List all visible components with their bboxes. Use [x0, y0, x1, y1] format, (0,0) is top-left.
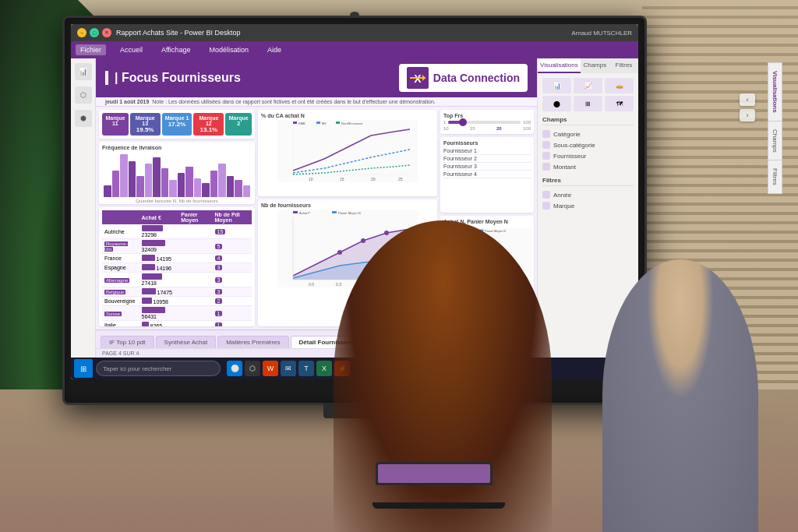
close-button[interactable]: ✕	[102, 28, 111, 37]
field-icon-4	[542, 163, 550, 171]
svg-text:Panier Moyen N: Panier Moyen N	[485, 230, 506, 233]
taskbar-icon-outlook[interactable]: ✉	[281, 361, 296, 376]
nav-arrow-down[interactable]: ›	[740, 109, 755, 122]
laptop-base	[373, 502, 505, 509]
menu-affichage[interactable]: Affichage	[157, 44, 195, 55]
cell-value-7: 56431	[139, 306, 179, 321]
rp-tab-champs[interactable]: Champs	[581, 58, 609, 73]
kpi-marque13: Marque 13 19.5%	[130, 113, 161, 136]
fournisseur-label-1: Fournisseur 1	[443, 148, 477, 153]
cell-value-6: 10958	[139, 297, 179, 306]
taskbar-icon-excel[interactable]: X	[316, 361, 332, 376]
person-man	[602, 259, 758, 532]
minimize-button[interactable]: −	[77, 28, 87, 37]
tab-synthese[interactable]: Synthèse Achat	[156, 336, 217, 348]
taskbar-icon-teams[interactable]: T	[298, 361, 314, 376]
viz-map[interactable]: 🗺	[605, 96, 634, 111]
search-placeholder: Taper ici pour rechercher	[103, 365, 171, 372]
cell-value-0: 23298	[139, 224, 179, 239]
cell-country-8: Italie	[102, 321, 139, 326]
field-icon-1	[542, 130, 550, 138]
taskbar-icon-cortana[interactable]: ⚪	[227, 361, 242, 376]
maximize-button[interactable]: □	[90, 28, 99, 37]
person-woman	[334, 220, 552, 532]
table-row[interactable]: Autriche2329815	[102, 224, 252, 239]
rp-field-1[interactable]: Catégorie	[542, 129, 634, 139]
table-row[interactable]: Bouvereigne109582	[102, 297, 252, 306]
cell-value-8: 8265	[139, 321, 179, 326]
report-date: jeudi 1 août 2019	[105, 99, 149, 104]
table-row[interactable]: France141954	[102, 254, 252, 263]
kpi-row: Marque 11 Marque 13 19.5% Marque 1 17.2%	[102, 113, 252, 136]
table-row[interactable]: Royaume-Uni324095	[102, 239, 252, 254]
svg-point-20	[337, 250, 342, 255]
table-row[interactable]: Belgique174753	[102, 287, 252, 297]
slider-track[interactable]	[448, 121, 521, 124]
cell-count-3: 3	[213, 263, 252, 273]
sidebar-model-icon[interactable]: ⬢	[75, 110, 92, 127]
freq-bar-4	[136, 176, 144, 197]
viz-table[interactable]: ⊞	[574, 96, 602, 111]
sidebar-data-icon[interactable]: ⬡	[75, 86, 92, 104]
field-icon-2	[542, 141, 550, 149]
rp-tab-visualisations[interactable]: Visualisations	[538, 58, 581, 73]
fournisseur-item-3[interactable]: Fournisseur 3	[443, 163, 531, 171]
rp-field-2[interactable]: Sous-catégorie	[542, 139, 634, 150]
menu-aide[interactable]: Aide	[263, 44, 286, 55]
menu-fichier[interactable]: Fichier	[76, 44, 106, 55]
viz-line[interactable]: 📈	[574, 78, 602, 93]
nav-arrow-up[interactable]: ‹	[740, 93, 755, 106]
v-tab-champs[interactable]: Champs	[768, 121, 782, 160]
rp-field-3[interactable]: Fournisseur	[542, 150, 634, 161]
fournisseur-item-4[interactable]: Fournisseur 4	[443, 171, 531, 178]
viz-pie[interactable]: 🥧	[605, 78, 634, 93]
freq-bar-3	[129, 161, 136, 197]
marker-10: 10	[443, 126, 449, 131]
tab-matieres[interactable]: Matières Premières	[217, 336, 288, 348]
v-tab-filtres[interactable]: Filtres	[768, 160, 782, 194]
table-row[interactable]: Allemagne274183	[102, 273, 252, 287]
kpi-marque2[interactable]: Marque 2	[225, 113, 252, 136]
line-chart-svg: 10 15 20 25 EMB MV	[261, 120, 434, 182]
cell-count-0: 15	[213, 224, 252, 239]
viz-bar[interactable]: 📊	[542, 78, 571, 93]
sidebar-report-icon[interactable]: 📊	[75, 63, 92, 80]
menu-modelisation[interactable]: Modélisation	[204, 44, 253, 55]
slider-min: 1	[443, 120, 446, 125]
kpi-marque11[interactable]: Marque 11	[102, 113, 129, 136]
rp-field-4[interactable]: Montant	[542, 161, 634, 172]
freq-bar-15	[227, 176, 235, 197]
taskbar-search[interactable]: Taper ici pour rechercher	[96, 361, 221, 376]
webcam	[350, 12, 359, 18]
freq-bar-8	[169, 180, 177, 197]
fournisseur-item-2[interactable]: Fournisseur 2	[443, 155, 531, 163]
window-controls: − □ ✕	[77, 28, 111, 37]
fournisseur-item-1[interactable]: Fournisseur 1	[443, 147, 531, 155]
menu-accueil[interactable]: Accueil	[115, 44, 147, 55]
viz-scatter[interactable]: ⬤	[542, 96, 571, 111]
freq-bar-6	[153, 157, 161, 197]
taskbar-icon-taskview[interactable]: ⬡	[245, 361, 260, 376]
rp-filter-1[interactable]: Année	[542, 189, 634, 200]
table-row[interactable]: Italie82651	[102, 321, 252, 326]
svg-text:Achat P: Achat P	[299, 211, 310, 215]
slider-markers: 10 15 20 100	[443, 126, 531, 131]
vertical-tabs-panel: Visualisations Champs Filtres	[768, 62, 782, 194]
info-bar: jeudi 1 août 2019 Note : Les données uti…	[96, 97, 537, 107]
rp-tab-filtres[interactable]: Filtres	[609, 58, 638, 73]
freq-bar-14	[218, 164, 226, 197]
table-row[interactable]: Espagne141963	[102, 263, 252, 273]
field-label-3: Fournisseur	[553, 153, 586, 160]
v-tab-visualisations[interactable]: Visualisations	[768, 62, 782, 121]
taskbar-icon-word[interactable]: W	[263, 361, 278, 376]
kpi-marque13-label: Marque 13	[133, 115, 157, 126]
report-header: | Focus Fournisseurs X	[96, 58, 537, 97]
fournisseurs-card: Fournisseurs Fournisseur 1 Fournisseur 2	[440, 137, 534, 213]
cell-country-1: Royaume-Uni	[102, 239, 139, 254]
slider-thumb[interactable]	[459, 118, 467, 126]
fournisseur-label-4: Fournisseur 4	[443, 171, 477, 177]
tab-top10-pdt[interactable]: IF Top 10 pdt	[101, 336, 154, 348]
rp-filter-2[interactable]: Marque	[542, 200, 634, 211]
start-button[interactable]: ⊞	[74, 359, 93, 378]
table-row[interactable]: Suisse564311	[102, 306, 252, 321]
